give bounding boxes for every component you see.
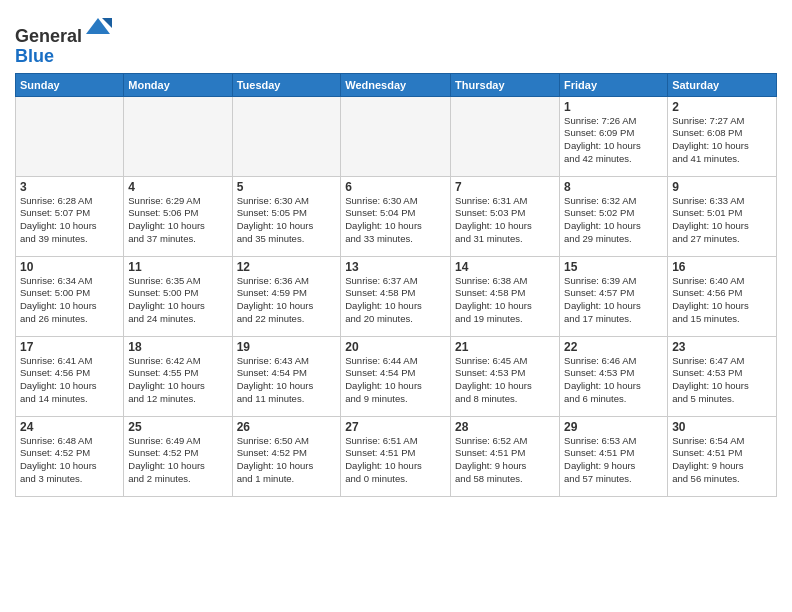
calendar-cell: 22Sunrise: 6:46 AM Sunset: 4:53 PM Dayli… <box>560 336 668 416</box>
day-info: Sunrise: 6:31 AM Sunset: 5:03 PM Dayligh… <box>455 195 555 246</box>
logo-icon <box>84 14 112 42</box>
day-number: 6 <box>345 180 446 194</box>
day-info: Sunrise: 6:47 AM Sunset: 4:53 PM Dayligh… <box>672 355 772 406</box>
calendar-cell <box>451 96 560 176</box>
day-info: Sunrise: 6:51 AM Sunset: 4:51 PM Dayligh… <box>345 435 446 486</box>
day-info: Sunrise: 6:30 AM Sunset: 5:05 PM Dayligh… <box>237 195 337 246</box>
day-info: Sunrise: 6:44 AM Sunset: 4:54 PM Dayligh… <box>345 355 446 406</box>
calendar-cell: 13Sunrise: 6:37 AM Sunset: 4:58 PM Dayli… <box>341 256 451 336</box>
day-info: Sunrise: 6:38 AM Sunset: 4:58 PM Dayligh… <box>455 275 555 326</box>
calendar-cell: 15Sunrise: 6:39 AM Sunset: 4:57 PM Dayli… <box>560 256 668 336</box>
calendar-cell: 14Sunrise: 6:38 AM Sunset: 4:58 PM Dayli… <box>451 256 560 336</box>
logo-blue: Blue <box>15 46 54 66</box>
calendar-cell: 25Sunrise: 6:49 AM Sunset: 4:52 PM Dayli… <box>124 416 232 496</box>
calendar-cell: 26Sunrise: 6:50 AM Sunset: 4:52 PM Dayli… <box>232 416 341 496</box>
calendar-cell <box>341 96 451 176</box>
day-number: 5 <box>237 180 337 194</box>
day-number: 19 <box>237 340 337 354</box>
calendar-week-2: 3Sunrise: 6:28 AM Sunset: 5:07 PM Daylig… <box>16 176 777 256</box>
calendar-header-saturday: Saturday <box>668 73 777 96</box>
day-info: Sunrise: 6:48 AM Sunset: 4:52 PM Dayligh… <box>20 435 119 486</box>
day-number: 11 <box>128 260 227 274</box>
calendar-cell <box>124 96 232 176</box>
day-number: 8 <box>564 180 663 194</box>
day-number: 30 <box>672 420 772 434</box>
day-info: Sunrise: 6:45 AM Sunset: 4:53 PM Dayligh… <box>455 355 555 406</box>
calendar-cell: 11Sunrise: 6:35 AM Sunset: 5:00 PM Dayli… <box>124 256 232 336</box>
day-number: 28 <box>455 420 555 434</box>
calendar-cell: 10Sunrise: 6:34 AM Sunset: 5:00 PM Dayli… <box>16 256 124 336</box>
day-info: Sunrise: 6:28 AM Sunset: 5:07 PM Dayligh… <box>20 195 119 246</box>
day-number: 27 <box>345 420 446 434</box>
day-info: Sunrise: 6:37 AM Sunset: 4:58 PM Dayligh… <box>345 275 446 326</box>
logo: General Blue <box>15 14 112 67</box>
day-number: 29 <box>564 420 663 434</box>
day-number: 10 <box>20 260 119 274</box>
day-number: 22 <box>564 340 663 354</box>
day-number: 2 <box>672 100 772 114</box>
day-info: Sunrise: 6:29 AM Sunset: 5:06 PM Dayligh… <box>128 195 227 246</box>
day-info: Sunrise: 6:41 AM Sunset: 4:56 PM Dayligh… <box>20 355 119 406</box>
day-number: 3 <box>20 180 119 194</box>
calendar-week-4: 17Sunrise: 6:41 AM Sunset: 4:56 PM Dayli… <box>16 336 777 416</box>
calendar-week-1: 1Sunrise: 7:26 AM Sunset: 6:09 PM Daylig… <box>16 96 777 176</box>
calendar-cell <box>16 96 124 176</box>
day-number: 7 <box>455 180 555 194</box>
day-number: 4 <box>128 180 227 194</box>
day-number: 20 <box>345 340 446 354</box>
calendar-header-wednesday: Wednesday <box>341 73 451 96</box>
calendar-week-5: 24Sunrise: 6:48 AM Sunset: 4:52 PM Dayli… <box>16 416 777 496</box>
calendar-cell: 3Sunrise: 6:28 AM Sunset: 5:07 PM Daylig… <box>16 176 124 256</box>
calendar-cell: 18Sunrise: 6:42 AM Sunset: 4:55 PM Dayli… <box>124 336 232 416</box>
calendar-cell: 6Sunrise: 6:30 AM Sunset: 5:04 PM Daylig… <box>341 176 451 256</box>
day-info: Sunrise: 6:32 AM Sunset: 5:02 PM Dayligh… <box>564 195 663 246</box>
calendar-cell: 29Sunrise: 6:53 AM Sunset: 4:51 PM Dayli… <box>560 416 668 496</box>
day-number: 9 <box>672 180 772 194</box>
day-info: Sunrise: 6:52 AM Sunset: 4:51 PM Dayligh… <box>455 435 555 486</box>
day-info: Sunrise: 6:49 AM Sunset: 4:52 PM Dayligh… <box>128 435 227 486</box>
calendar-cell: 24Sunrise: 6:48 AM Sunset: 4:52 PM Dayli… <box>16 416 124 496</box>
calendar-cell: 12Sunrise: 6:36 AM Sunset: 4:59 PM Dayli… <box>232 256 341 336</box>
day-info: Sunrise: 6:36 AM Sunset: 4:59 PM Dayligh… <box>237 275 337 326</box>
calendar-cell: 21Sunrise: 6:45 AM Sunset: 4:53 PM Dayli… <box>451 336 560 416</box>
day-number: 21 <box>455 340 555 354</box>
day-number: 1 <box>564 100 663 114</box>
main-container: General Blue SundayMondayTuesdayWednesda… <box>0 0 792 502</box>
day-number: 26 <box>237 420 337 434</box>
calendar-header-friday: Friday <box>560 73 668 96</box>
calendar-cell: 2Sunrise: 7:27 AM Sunset: 6:08 PM Daylig… <box>668 96 777 176</box>
calendar-cell <box>232 96 341 176</box>
calendar-cell: 8Sunrise: 6:32 AM Sunset: 5:02 PM Daylig… <box>560 176 668 256</box>
day-number: 16 <box>672 260 772 274</box>
day-info: Sunrise: 6:53 AM Sunset: 4:51 PM Dayligh… <box>564 435 663 486</box>
day-info: Sunrise: 7:26 AM Sunset: 6:09 PM Dayligh… <box>564 115 663 166</box>
day-number: 13 <box>345 260 446 274</box>
day-info: Sunrise: 6:54 AM Sunset: 4:51 PM Dayligh… <box>672 435 772 486</box>
calendar-header-row: SundayMondayTuesdayWednesdayThursdayFrid… <box>16 73 777 96</box>
calendar-cell: 5Sunrise: 6:30 AM Sunset: 5:05 PM Daylig… <box>232 176 341 256</box>
calendar-cell: 9Sunrise: 6:33 AM Sunset: 5:01 PM Daylig… <box>668 176 777 256</box>
day-info: Sunrise: 6:46 AM Sunset: 4:53 PM Dayligh… <box>564 355 663 406</box>
calendar-cell: 20Sunrise: 6:44 AM Sunset: 4:54 PM Dayli… <box>341 336 451 416</box>
calendar-header-thursday: Thursday <box>451 73 560 96</box>
day-number: 25 <box>128 420 227 434</box>
day-info: Sunrise: 6:35 AM Sunset: 5:00 PM Dayligh… <box>128 275 227 326</box>
calendar-header-tuesday: Tuesday <box>232 73 341 96</box>
day-number: 18 <box>128 340 227 354</box>
day-info: Sunrise: 6:43 AM Sunset: 4:54 PM Dayligh… <box>237 355 337 406</box>
day-info: Sunrise: 6:33 AM Sunset: 5:01 PM Dayligh… <box>672 195 772 246</box>
calendar-cell: 19Sunrise: 6:43 AM Sunset: 4:54 PM Dayli… <box>232 336 341 416</box>
day-info: Sunrise: 6:39 AM Sunset: 4:57 PM Dayligh… <box>564 275 663 326</box>
calendar-header-sunday: Sunday <box>16 73 124 96</box>
calendar-cell: 30Sunrise: 6:54 AM Sunset: 4:51 PM Dayli… <box>668 416 777 496</box>
logo-general: General <box>15 26 82 46</box>
day-number: 12 <box>237 260 337 274</box>
day-info: Sunrise: 7:27 AM Sunset: 6:08 PM Dayligh… <box>672 115 772 166</box>
calendar-cell: 23Sunrise: 6:47 AM Sunset: 4:53 PM Dayli… <box>668 336 777 416</box>
calendar-cell: 27Sunrise: 6:51 AM Sunset: 4:51 PM Dayli… <box>341 416 451 496</box>
day-info: Sunrise: 6:30 AM Sunset: 5:04 PM Dayligh… <box>345 195 446 246</box>
day-info: Sunrise: 6:40 AM Sunset: 4:56 PM Dayligh… <box>672 275 772 326</box>
day-info: Sunrise: 6:34 AM Sunset: 5:00 PM Dayligh… <box>20 275 119 326</box>
calendar-table: SundayMondayTuesdayWednesdayThursdayFrid… <box>15 73 777 497</box>
day-number: 17 <box>20 340 119 354</box>
